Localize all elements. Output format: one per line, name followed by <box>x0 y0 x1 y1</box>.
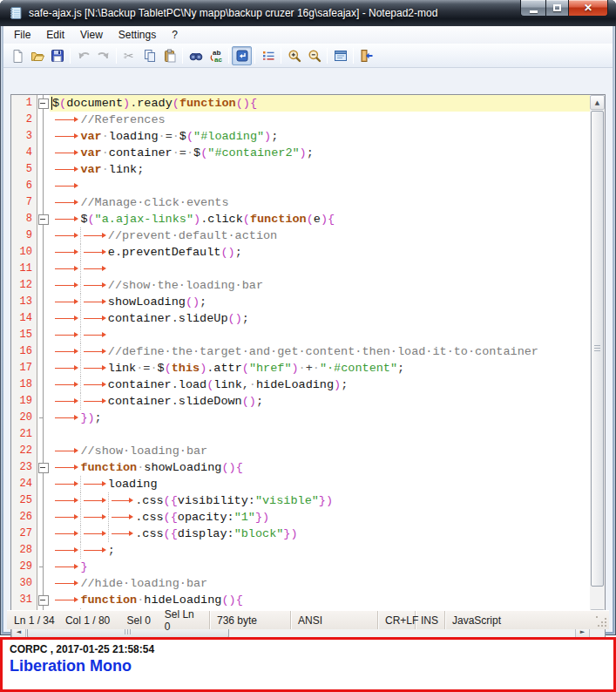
code-line[interactable]: 2//References <box>11 112 590 128</box>
code-text[interactable]: var·container·=·$("#container2"); <box>50 145 590 161</box>
line-number[interactable]: 1 <box>11 95 37 112</box>
code-line[interactable]: 1$(document).ready(function(){ <box>11 95 590 112</box>
line-number[interactable]: 24 <box>11 476 37 492</box>
save-file-button[interactable] <box>47 46 67 65</box>
line-number[interactable]: 21 <box>11 426 37 443</box>
code-line[interactable]: 25.css({visibility:"visible"}) <box>11 492 590 509</box>
status-line[interactable]: Ln 1 / 34 <box>14 614 65 627</box>
line-number[interactable]: 13 <box>11 294 37 310</box>
code-line[interactable]: 24loading <box>11 476 590 492</box>
code-text[interactable]: container.slideDown(); <box>50 393 590 410</box>
maximize-button[interactable] <box>545 0 569 17</box>
code-line[interactable]: 28; <box>11 542 590 559</box>
code-line[interactable]: 9//prevent·default·action <box>11 227 590 244</box>
code-text[interactable]: .css({display:"block"}) <box>50 526 590 542</box>
line-number[interactable]: 5 <box>11 161 37 178</box>
code-text[interactable] <box>50 327 590 343</box>
code-line[interactable]: 20}); <box>11 410 590 426</box>
zoom-in-button[interactable] <box>284 46 304 65</box>
code-line[interactable]: 27.css({display:"block"}) <box>11 526 590 542</box>
code-line[interactable]: 17link·=·$(this).attr("href")·+·"·#conte… <box>11 360 590 377</box>
line-number[interactable]: 25 <box>11 492 37 509</box>
line-number[interactable]: 11 <box>11 261 37 277</box>
fold-toggle-icon[interactable] <box>37 95 50 112</box>
copy-button[interactable] <box>139 46 159 65</box>
code-line[interactable]: 22//show·loading·bar <box>11 443 590 459</box>
vertical-scrollbar[interactable]: ▲ ▼ <box>590 95 605 624</box>
fold-toggle-icon[interactable] <box>37 211 50 227</box>
code-text[interactable]: //Manage·click·events <box>50 194 590 211</box>
code-line[interactable]: 4var·container·=·$("#container2"); <box>11 145 590 161</box>
line-number[interactable]: 6 <box>11 178 37 194</box>
status-encoding[interactable]: ANSI <box>291 611 378 629</box>
menu-settings[interactable]: Settings <box>111 27 164 43</box>
code-line[interactable]: 6 <box>11 178 590 194</box>
new-file-button[interactable] <box>7 46 27 65</box>
line-number[interactable]: 19 <box>11 393 37 410</box>
code-text[interactable]: $("a.ajax-links").click(function(e){ <box>50 211 590 227</box>
menu-edit[interactable]: Edit <box>38 27 72 43</box>
code-line[interactable]: 13showLoading(); <box>11 294 590 310</box>
code-line[interactable]: 30//hide·loading·bar <box>11 575 590 592</box>
code-line[interactable]: 26.css({opacity:"1"}) <box>11 509 590 526</box>
find-button[interactable] <box>186 46 206 65</box>
vertical-scrollbar-thumb[interactable] <box>591 111 604 587</box>
code-line[interactable]: 11 <box>11 261 590 277</box>
code-text[interactable] <box>50 261 590 277</box>
exit-button[interactable] <box>356 46 376 65</box>
line-number[interactable]: 29 <box>11 559 37 575</box>
open-file-button[interactable] <box>27 46 47 65</box>
fold-toggle-icon[interactable] <box>37 459 50 476</box>
line-number[interactable]: 3 <box>11 128 37 145</box>
line-number[interactable]: 8 <box>11 211 37 227</box>
code-line[interactable]: 14container.slideUp(); <box>11 310 590 327</box>
code-line[interactable]: 12//show·the·loading·bar <box>11 277 590 294</box>
code-text[interactable] <box>50 178 590 194</box>
code-text[interactable]: }); <box>50 410 590 426</box>
code-text[interactable]: //References <box>50 112 590 128</box>
status-column[interactable]: Col 1 / 80 <box>65 614 127 627</box>
status-selection-lines[interactable]: Sel Ln 0 <box>165 608 202 633</box>
replace-button[interactable]: abac <box>206 46 226 65</box>
code-text[interactable]: .css({visibility:"visible"}) <box>50 492 590 509</box>
code-text[interactable]: .css({opacity:"1"}) <box>50 509 590 526</box>
code-text[interactable]: e.preventDefault(); <box>50 244 590 261</box>
line-number[interactable]: 18 <box>11 377 37 393</box>
menu-help[interactable]: ? <box>164 27 186 43</box>
code-text[interactable]: //prevent·default·action <box>50 227 590 244</box>
line-number[interactable]: 23 <box>11 459 37 476</box>
menu-file[interactable]: File <box>6 27 38 43</box>
line-number[interactable]: 17 <box>11 360 37 377</box>
line-number[interactable]: 2 <box>11 112 37 128</box>
code-text[interactable]: //show·loading·bar <box>50 443 590 459</box>
code-line[interactable]: 18container.load(link,·hideLoading); <box>11 377 590 393</box>
fold-toggle-icon[interactable] <box>37 592 50 608</box>
line-number[interactable]: 22 <box>11 443 37 459</box>
line-number[interactable]: 12 <box>11 277 37 294</box>
status-insert-mode[interactable]: INS <box>416 611 445 629</box>
code-text[interactable]: //define·the·target·and·get·content·then… <box>50 343 590 360</box>
line-number[interactable]: 7 <box>11 194 37 211</box>
code-text[interactable]: var·link; <box>50 161 590 178</box>
paste-button[interactable] <box>159 46 179 65</box>
line-number[interactable]: 4 <box>11 145 37 161</box>
status-syntax-scheme[interactable]: JavaScript <box>445 611 609 629</box>
code-line[interactable]: 19container.slideDown(); <box>11 393 590 410</box>
code-text[interactable]: //hide·loading·bar <box>50 575 590 592</box>
line-number[interactable]: 16 <box>11 343 37 360</box>
code-text[interactable]: loading <box>50 476 590 492</box>
status-file-size[interactable]: 736 byte <box>210 611 291 629</box>
code-text[interactable]: function·hideLoading(){ <box>50 592 590 608</box>
code-line[interactable]: 16//define·the·target·and·get·content·th… <box>11 343 590 360</box>
word-wrap-button[interactable] <box>232 46 252 65</box>
code-line[interactable]: 3var·loading·=·$("#loading"); <box>11 128 590 145</box>
code-text[interactable]: var·loading·=·$("#loading"); <box>50 128 590 145</box>
view-scheme-button[interactable] <box>330 46 350 65</box>
line-number[interactable]: 10 <box>11 244 37 261</box>
code-line[interactable]: 21 <box>11 426 590 443</box>
resize-grip[interactable] <box>596 616 607 628</box>
menu-view[interactable]: View <box>72 27 111 43</box>
code-text[interactable]: } <box>50 559 590 575</box>
scroll-up-button[interactable]: ▲ <box>590 95 605 110</box>
cut-button[interactable]: ✂ <box>119 46 139 65</box>
